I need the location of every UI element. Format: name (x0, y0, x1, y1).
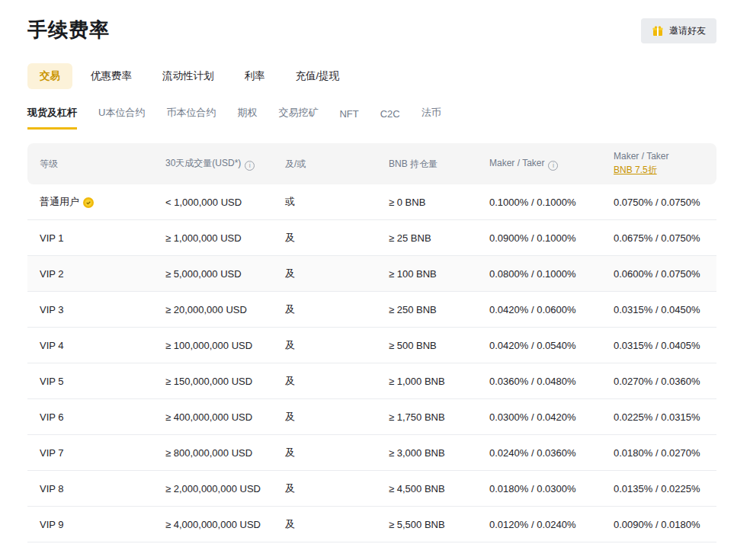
invite-friends-label: 邀请好友 (669, 24, 706, 37)
maker-taker-cell: 0.0800% / 0.1000% (489, 268, 575, 280)
andor-cell: 及 (285, 375, 295, 386)
andor-cell: 及 (285, 411, 295, 422)
fee-rate-page: 手续费率 邀请好友 交易优惠费率流动性计划利率充值/提现 现货及杠杆U本位合约币… (0, 0, 750, 560)
sub-tab-1[interactable]: U本位合约 (98, 101, 145, 130)
main-tab-4[interactable]: 充值/提现 (284, 63, 352, 89)
maker-taker-bnb-cell: 0.0225% / 0.0315% (614, 411, 700, 423)
andor-cell: 或 (285, 196, 295, 207)
main-tab-1[interactable]: 优惠费率 (79, 63, 144, 89)
main-tabs: 交易优惠费率流动性计划利率充值/提现 (27, 63, 716, 89)
sub-tabs: 现货及杠杆U本位合约币本位合约期权交易挖矿NFTC2C法币 (27, 101, 716, 130)
level-cell: VIP 6 (40, 411, 64, 423)
volume-cell: ≥ 100,000,000 USD (165, 340, 252, 351)
andor-cell: 及 (285, 232, 295, 243)
maker-taker-cell: 0.0240% / 0.0360% (489, 447, 575, 459)
maker-taker-bnb-cell: 0.0315% / 0.0405% (614, 340, 700, 351)
volume-cell: ≥ 400,000,000 USD (165, 411, 252, 423)
table-row: VIP 8≥ 2,000,000,000 USD及≥ 4,500 BNB0.01… (27, 471, 716, 507)
bnb-cell: ≥ 250 BNB (389, 304, 437, 315)
maker-taker-cell: 0.0180% / 0.0300% (489, 483, 575, 494)
main-tab-0[interactable]: 交易 (27, 63, 72, 89)
header-bnb-balance: BNB 持仓量 (389, 158, 438, 169)
bnb-cell: ≥ 0 BNB (389, 197, 425, 208)
header-and-or: 及/或 (285, 158, 306, 169)
medal-icon (82, 197, 95, 209)
header-maker-taker: Maker / Taker (489, 158, 544, 168)
volume-cell: ≥ 2,000,000,000 USD (165, 483, 261, 494)
bnb-cell: ≥ 25 BNB (389, 232, 431, 244)
andor-cell: 及 (285, 446, 295, 458)
level-cell: VIP 7 (40, 447, 64, 459)
sub-tab-2[interactable]: 币本位合约 (166, 101, 216, 130)
sub-tab-5[interactable]: NFT (339, 104, 358, 130)
volume-cell: ≥ 800,000,000 USD (165, 447, 252, 459)
volume-cell: ≥ 20,000,000 USD (165, 304, 247, 315)
maker-taker-cell: 0.0420% / 0.0600% (489, 304, 575, 315)
maker-taker-bnb-cell: 0.0270% / 0.0360% (614, 376, 700, 387)
maker-taker-bnb-cell: 0.0750% / 0.0750% (614, 197, 700, 208)
bnb-cell: ≥ 500 BNB (389, 340, 437, 351)
info-icon[interactable]: i (548, 161, 558, 171)
table-row: VIP 6≥ 400,000,000 USD及≥ 1,750 BNB0.0300… (27, 399, 716, 435)
level-cell: VIP 5 (40, 376, 64, 387)
maker-taker-bnb-cell: 0.0675% / 0.0750% (614, 232, 700, 244)
maker-taker-cell: 0.0420% / 0.0540% (489, 340, 575, 351)
header-maker-taker-bnb: Maker / Taker (614, 151, 707, 162)
table-row: VIP 5≥ 150,000,000 USD及≥ 1,000 BNB0.0360… (27, 363, 716, 399)
header-volume: 30天成交量(USD*) (165, 158, 241, 168)
bnb-cell: ≥ 1,000 BNB (389, 376, 445, 387)
volume-cell: ≥ 4,000,000,000 USD (165, 519, 261, 530)
bnb-cell: ≥ 5,500 BNB (389, 519, 445, 530)
andor-cell: 及 (285, 339, 295, 350)
maker-taker-cell: 0.0120% / 0.0240% (489, 519, 575, 530)
maker-taker-bnb-cell: 0.0090% / 0.0180% (614, 519, 700, 530)
level-cell: VIP 2 (40, 268, 64, 280)
level-cell: VIP 4 (40, 340, 64, 351)
maker-taker-bnb-cell: 0.0315% / 0.0450% (614, 304, 700, 315)
level-cell: VIP 9 (40, 519, 64, 530)
page-header: 手续费率 邀请好友 (27, 17, 716, 43)
volume-cell: ≥ 5,000,000 USD (165, 268, 242, 280)
table-row: 普通用户< 1,000,000 USD或≥ 0 BNB0.1000% / 0.1… (27, 184, 716, 220)
level-cell: VIP 8 (40, 483, 64, 494)
level-cell: VIP 1 (40, 232, 64, 244)
table-header-row: 等级 30天成交量(USD*)i 及/或 BNB 持仓量 Maker / Tak… (27, 143, 716, 184)
sub-tab-6[interactable]: C2C (380, 104, 400, 130)
maker-taker-cell: 0.0360% / 0.0480% (489, 376, 575, 387)
bnb-cell: ≥ 100 BNB (389, 268, 437, 280)
page-title: 手续费率 (27, 17, 110, 43)
level-cell: VIP 3 (40, 304, 64, 315)
sub-tab-4[interactable]: 交易挖矿 (278, 101, 318, 130)
bnb-cell: ≥ 3,000 BNB (389, 447, 445, 459)
sub-tab-7[interactable]: 法币 (421, 101, 441, 130)
main-tab-3[interactable]: 利率 (232, 63, 277, 89)
volume-cell: ≥ 1,000,000 USD (165, 232, 242, 244)
header-level: 等级 (40, 158, 58, 169)
bnb-cell: ≥ 4,500 BNB (389, 483, 445, 494)
maker-taker-bnb-cell: 0.0180% / 0.0270% (614, 447, 700, 459)
maker-taker-cell: 0.0900% / 0.1000% (489, 232, 575, 244)
level-cell: 普通用户 (40, 196, 79, 207)
table-row: VIP 2≥ 5,000,000 USD及≥ 100 BNB0.0800% / … (27, 256, 716, 292)
fee-table: 等级 30天成交量(USD*)i 及/或 BNB 持仓量 Maker / Tak… (27, 143, 716, 542)
andor-cell: 及 (285, 267, 295, 279)
volume-cell: < 1,000,000 USD (165, 197, 242, 208)
gift-icon (652, 25, 664, 37)
table-row: VIP 9≥ 4,000,000,000 USD及≥ 5,500 BNB0.01… (27, 507, 716, 542)
table-row: VIP 1≥ 1,000,000 USD及≥ 25 BNB0.0900% / 0… (27, 220, 716, 256)
andor-cell: 及 (285, 482, 295, 494)
maker-taker-cell: 0.1000% / 0.1000% (489, 197, 575, 208)
bnb-discount-link[interactable]: BNB 7.5折 (614, 164, 657, 177)
info-icon[interactable]: i (245, 161, 255, 171)
sub-tab-3[interactable]: 期权 (237, 101, 257, 130)
maker-taker-bnb-cell: 0.0135% / 0.0225% (614, 483, 700, 494)
andor-cell: 及 (285, 518, 295, 530)
main-tab-2[interactable]: 流动性计划 (150, 63, 226, 89)
sub-tab-0[interactable]: 现货及杠杆 (27, 101, 77, 130)
andor-cell: 及 (285, 303, 295, 315)
invite-friends-button[interactable]: 邀请好友 (641, 18, 716, 43)
maker-taker-bnb-cell: 0.0600% / 0.0750% (614, 268, 700, 280)
bnb-cell: ≥ 1,750 BNB (389, 411, 445, 423)
maker-taker-cell: 0.0300% / 0.0420% (489, 411, 575, 423)
table-row: VIP 3≥ 20,000,000 USD及≥ 250 BNB0.0420% /… (27, 292, 716, 328)
